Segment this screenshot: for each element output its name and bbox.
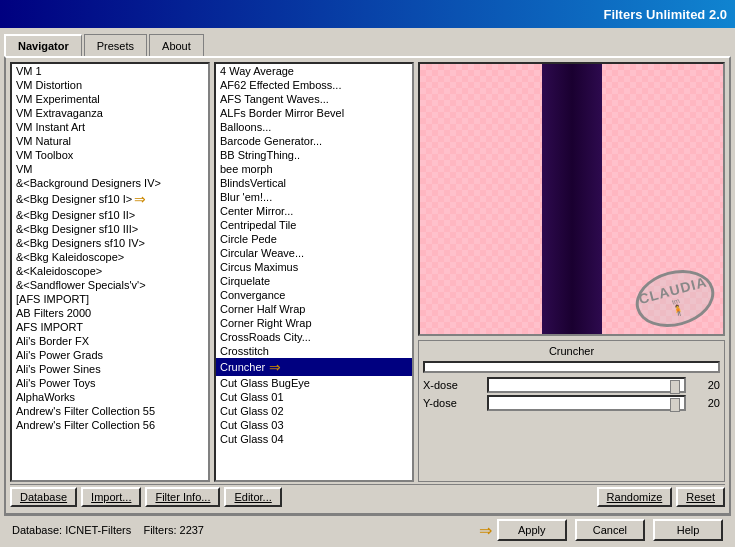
list-item[interactable]: VM [12, 162, 208, 176]
filter-item[interactable]: ALFs Border Mirror Bevel [216, 106, 412, 120]
list-item[interactable]: [AFS IMPORT] [12, 292, 208, 306]
list-item[interactable]: AlphaWorks [12, 390, 208, 404]
ydose-thumb[interactable] [670, 398, 680, 412]
filter-item[interactable]: Cut Glass 03 [216, 418, 412, 432]
middle-panel-list[interactable]: 4 Way Average AF62 Effected Emboss... AF… [214, 62, 414, 482]
arrow-icon: ⇒ [269, 359, 281, 375]
right-panel: CLAUDIA tm 🧍 Cruncher [418, 62, 725, 482]
status-bar: Database: ICNET-Filters Filters: 2237 Ap… [4, 515, 731, 543]
ydose-value: 20 [690, 397, 720, 409]
cancel-button[interactable]: Cancel [575, 519, 645, 541]
list-item[interactable]: VM Natural [12, 134, 208, 148]
list-item[interactable]: VM Toolbox [12, 148, 208, 162]
xdose-row: X-dose 20 [423, 377, 720, 393]
empty-row [423, 413, 720, 429]
filter-item[interactable]: Corner Right Wrap [216, 316, 412, 330]
list-item[interactable]: &<Background Designers IV> [12, 176, 208, 190]
reset-button[interactable]: Reset [676, 487, 725, 507]
filter-name-label: Cruncher [423, 345, 720, 357]
apply-arrow-icon: ⇒ [479, 520, 492, 539]
list-item[interactable]: VM 1 [12, 64, 208, 78]
help-button[interactable]: Help [653, 519, 723, 541]
list-item[interactable]: &<Kaleidoscope> [12, 264, 208, 278]
database-button[interactable]: Database [10, 487, 77, 507]
left-panel-list[interactable]: VM 1 VM Distortion VM Experimental VM Ex… [10, 62, 210, 482]
list-item[interactable]: VM Extravaganza [12, 106, 208, 120]
list-item-bkg-sf10-i[interactable]: &<Bkg Designer sf10 I> ⇒ [12, 190, 208, 208]
rand-reset-group: Randomize Reset [597, 487, 725, 507]
filter-item[interactable]: BB StringThing.. [216, 148, 412, 162]
list-item[interactable]: Ali's Power Grads [12, 348, 208, 362]
list-item[interactable]: &<Bkg Kaleidoscope> [12, 250, 208, 264]
list-item[interactable]: Ali's Border FX [12, 334, 208, 348]
filter-item[interactable]: Cut Glass 01 [216, 390, 412, 404]
filter-item[interactable]: Convergance [216, 288, 412, 302]
list-item[interactable]: Ali's Power Sines [12, 362, 208, 376]
database-label: Database: [12, 524, 62, 536]
import-button[interactable]: Import... [81, 487, 141, 507]
list-item[interactable]: VM Experimental [12, 92, 208, 106]
xdose-slider[interactable] [487, 377, 686, 393]
filter-item[interactable]: Crosstitch [216, 344, 412, 358]
preview-content: CLAUDIA tm 🧍 [420, 64, 723, 334]
filter-item[interactable]: Circular Weave... [216, 246, 412, 260]
list-item[interactable]: Andrew's Filter Collection 56 [12, 418, 208, 432]
empty-row [423, 461, 720, 477]
filter-item[interactable]: Balloons... [216, 120, 412, 134]
list-item[interactable]: Andrew's Filter Collection 55 [12, 404, 208, 418]
filter-info-button[interactable]: Filter Info... [145, 487, 220, 507]
app-title: Filters Unlimited 2.0 [603, 7, 727, 22]
filter-count: 2237 [180, 524, 204, 536]
list-item[interactable]: AFS IMPORT [12, 320, 208, 334]
list-item[interactable]: &<Sandflower Specials'v'> [12, 278, 208, 292]
filter-progress-bar [423, 361, 720, 373]
tabs-row: Navigator Presets About [4, 32, 731, 56]
filter-item[interactable]: Cut Glass 04 [216, 432, 412, 446]
filter-item[interactable]: Cirquelate [216, 274, 412, 288]
filter-item[interactable]: Blur 'em!... [216, 190, 412, 204]
filter-item[interactable]: AFS Tangent Waves... [216, 92, 412, 106]
list-item[interactable]: &<Bkg Designer sf10 III> [12, 222, 208, 236]
list-item[interactable]: Ali's Power Toys [12, 376, 208, 390]
filter-item[interactable]: Barcode Generator... [216, 134, 412, 148]
filters-label: Filters: [143, 524, 176, 536]
bottom-toolbar: Database Import... Filter Info... Editor… [10, 484, 725, 509]
tab-presets[interactable]: Presets [84, 34, 147, 56]
filter-item[interactable]: Center Mirror... [216, 204, 412, 218]
preview-area: CLAUDIA tm 🧍 [418, 62, 725, 336]
list-item[interactable]: VM Distortion [12, 78, 208, 92]
xdose-thumb[interactable] [670, 380, 680, 394]
xdose-label: X-dose [423, 379, 483, 391]
arrow-icon: ⇒ [134, 191, 146, 207]
ydose-slider[interactable] [487, 395, 686, 411]
filter-item[interactable]: BlindsVertical [216, 176, 412, 190]
filter-item[interactable]: 4 Way Average [216, 64, 412, 78]
empty-row [423, 429, 720, 445]
apply-button[interactable]: Apply [497, 519, 567, 541]
filter-item[interactable]: Centripedal Tile [216, 218, 412, 232]
empty-row [423, 445, 720, 461]
filter-item[interactable]: CrossRoads City... [216, 330, 412, 344]
list-item[interactable]: VM Instant Art [12, 120, 208, 134]
list-item[interactable]: &<Bkg Designer sf10 II> [12, 208, 208, 222]
list-item[interactable]: AB Filters 2000 [12, 306, 208, 320]
claudia-figure: 🧍 [671, 303, 685, 317]
status-text: Database: ICNET-Filters Filters: 2237 [12, 524, 489, 536]
filter-item[interactable]: bee morph [216, 162, 412, 176]
filter-item[interactable]: Cut Glass 02 [216, 404, 412, 418]
preview-band [542, 64, 602, 334]
randomize-button[interactable]: Randomize [597, 487, 673, 507]
tab-about[interactable]: About [149, 34, 204, 56]
editor-button[interactable]: Editor... [224, 487, 281, 507]
filter-item[interactable]: AF62 Effected Emboss... [216, 78, 412, 92]
filter-item[interactable]: Corner Half Wrap [216, 302, 412, 316]
tab-navigator[interactable]: Navigator [4, 34, 82, 56]
watermark-container: CLAUDIA tm 🧍 [635, 271, 715, 326]
filter-item-cruncher[interactable]: Cruncher ⇒ [216, 358, 412, 376]
filter-item[interactable]: Circle Pede [216, 232, 412, 246]
ydose-row: Y-dose 20 [423, 395, 720, 411]
list-item[interactable]: &<Bkg Designers sf10 IV> [12, 236, 208, 250]
ydose-label: Y-dose [423, 397, 483, 409]
filter-item[interactable]: Cut Glass BugEye [216, 376, 412, 390]
filter-item[interactable]: Circus Maximus [216, 260, 412, 274]
